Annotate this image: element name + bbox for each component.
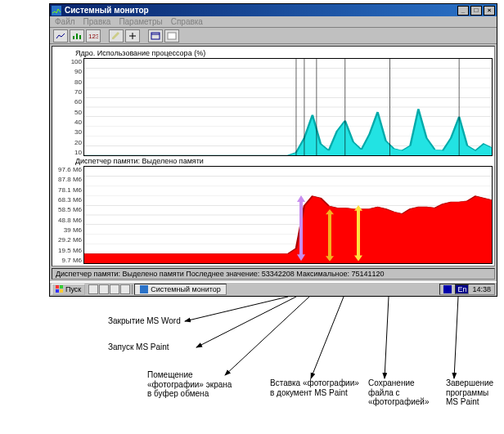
- tool-chart1-button[interactable]: [53, 29, 68, 43]
- minimize-button[interactable]: _: [457, 6, 469, 16]
- svg-rect-8: [151, 33, 160, 39]
- svg-line-52: [311, 297, 344, 378]
- bar-chart-icon: [72, 32, 82, 40]
- svg-marker-40: [326, 256, 334, 261]
- close-button[interactable]: ×: [484, 6, 495, 16]
- plus-icon: [128, 32, 137, 40]
- taskbar: Пуск Системный монитор En 14:38: [50, 281, 497, 296]
- taskbar-item-label: Системный монитор: [151, 285, 220, 293]
- tool-clear-button[interactable]: [164, 29, 179, 43]
- start-label: Пуск: [65, 285, 81, 293]
- mem-chart-title: Диспетчер памяти: Выделено памяти: [54, 156, 493, 166]
- svg-line-50: [196, 297, 296, 347]
- cpu-chart: 100908070605040302010: [54, 58, 493, 156]
- window-icon: [151, 32, 160, 40]
- menu-params[interactable]: Параметры: [119, 17, 162, 26]
- window-title: Системный монитор: [65, 6, 149, 15]
- svg-rect-2: [76, 34, 78, 39]
- windows-icon: [56, 285, 64, 293]
- tool-add-button[interactable]: [125, 29, 140, 43]
- callout-save: Сохранение файла с «фотографией»: [368, 378, 442, 407]
- svg-marker-37: [297, 255, 305, 262]
- mem-y-axis: 97.6 М687.8 М678.1 М668.3 М658.5 М648.8 …: [54, 166, 83, 264]
- svg-rect-1: [73, 36, 74, 39]
- cpu-y-axis: 100908070605040302010: [54, 58, 83, 156]
- line-chart-icon: [56, 32, 65, 40]
- svg-marker-36: [297, 195, 305, 202]
- mem-arrow-paint: [353, 205, 363, 261]
- lang-indicator[interactable]: En: [455, 284, 469, 294]
- callout-close-word: Закрытие MS Word: [108, 316, 181, 326]
- mem-arrow-os: [325, 209, 335, 262]
- app-window: Системный монитор _ □ × Файл Правка Пара…: [49, 3, 497, 297]
- tray-icon-1[interactable]: [443, 285, 452, 293]
- menu-help[interactable]: Справка: [171, 17, 203, 26]
- quick-launch: [87, 284, 133, 294]
- svg-rect-47: [60, 289, 63, 293]
- qlaunch-icon-4[interactable]: [120, 284, 130, 294]
- numeric-icon: 123: [88, 32, 98, 40]
- qlaunch-icon-3[interactable]: [110, 284, 119, 294]
- start-button[interactable]: Пуск: [52, 284, 85, 295]
- svg-rect-3: [79, 35, 81, 39]
- annotation-overlay: Закрытие MS Word Запуск MS Paint Помещен…: [0, 297, 504, 434]
- titlebar[interactable]: Системный монитор _ □ ×: [50, 4, 497, 16]
- callout-close-paint: Завершение программы MS Paint: [446, 378, 503, 407]
- mem-arrow-word: [296, 195, 306, 261]
- svg-line-53: [385, 297, 389, 378]
- tool-chart2-button[interactable]: [70, 29, 84, 43]
- svg-rect-45: [60, 285, 63, 289]
- callout-paste: Вставка «фотографии» в документ MS Paint: [270, 378, 360, 397]
- svg-marker-39: [326, 209, 334, 214]
- svg-rect-48: [140, 285, 148, 293]
- menu-file[interactable]: Файл: [55, 17, 75, 26]
- tool-chart3-button[interactable]: 123: [86, 29, 101, 43]
- toolbar: 123: [50, 28, 497, 44]
- system-tray: En 14:38: [439, 284, 495, 295]
- cpu-chart-title: Ядро. Использование процессора (%): [54, 48, 493, 58]
- svg-marker-42: [354, 205, 362, 211]
- svg-text:123: 123: [88, 33, 98, 40]
- menubar: Файл Правка Параметры Справка: [50, 16, 497, 28]
- taskbar-item-sysmon[interactable]: Системный монитор: [134, 284, 226, 295]
- svg-line-54: [454, 297, 458, 378]
- mem-chart: 97.6 М687.8 М678.1 М668.3 М658.5 М648.8 …: [54, 166, 493, 264]
- clock: 14:38: [472, 285, 491, 293]
- qlaunch-icon-1[interactable]: [88, 284, 98, 294]
- mem-plot: [83, 166, 493, 264]
- svg-rect-44: [56, 285, 59, 289]
- cpu-plot: [83, 58, 493, 156]
- svg-marker-43: [354, 256, 362, 262]
- pencil-icon: [111, 32, 121, 40]
- svg-rect-0: [52, 6, 61, 16]
- maximize-button[interactable]: □: [470, 6, 482, 16]
- status-line: Диспетчер памяти: Выделено памяти Послед…: [52, 268, 495, 280]
- tool-edit-button[interactable]: [109, 29, 124, 43]
- qlaunch-icon-2[interactable]: [99, 284, 109, 294]
- chart-area: Ядро. Использование процессора (%) 10090…: [52, 46, 495, 266]
- svg-marker-5: [112, 32, 119, 39]
- tool-options-button[interactable]: [148, 29, 163, 43]
- svg-rect-46: [56, 289, 59, 293]
- blank-icon: [167, 32, 177, 40]
- callout-start-paint: Запуск MS Paint: [108, 342, 169, 352]
- sysmon-small-icon: [140, 285, 148, 293]
- callout-clipboard: Помещение «фотографии» экрана в буфер об…: [147, 370, 237, 399]
- menu-edit[interactable]: Правка: [83, 17, 111, 26]
- sysmon-icon: [52, 6, 61, 16]
- callout-lines: [0, 297, 504, 434]
- svg-rect-10: [168, 33, 176, 39]
